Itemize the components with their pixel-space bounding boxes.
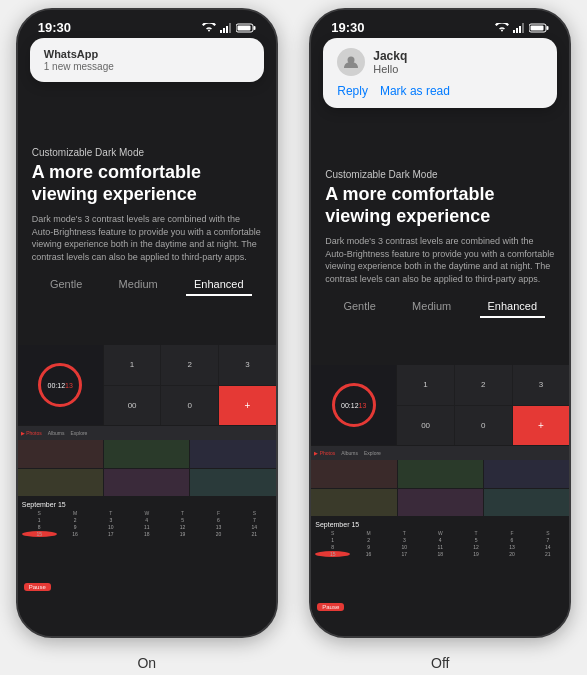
- svg-rect-13: [531, 25, 544, 30]
- notif-message: 1 new message: [44, 61, 250, 72]
- left-dark-mode-label: Customizable Dark Mode: [32, 147, 262, 158]
- right-calendar: September 15 S M T W T F S 1 2 3: [311, 517, 569, 597]
- notif-app-name: WhatsApp: [44, 48, 250, 60]
- main-container: 19:30: [0, 0, 587, 650]
- left-num-grid: 1 2 3 00 0 +: [104, 345, 276, 425]
- right-photos-grid: [311, 460, 569, 516]
- bottom-labels: On Off: [0, 650, 587, 675]
- left-status-time: 19:30: [38, 20, 71, 35]
- right-music-tabs: ▶ Photos Albums Explore: [311, 446, 569, 460]
- left-music-cell: ▶ Photos Albums Explore: [18, 426, 276, 496]
- left-phone-frame: 19:30: [16, 8, 278, 638]
- svg-rect-6: [237, 25, 250, 30]
- left-phone-wrapper: 19:30: [0, 0, 294, 650]
- svg-rect-10: [522, 23, 524, 33]
- right-clock-time: 00:1213: [341, 402, 366, 409]
- battery-icon: [236, 23, 256, 33]
- right-label: Off: [294, 650, 588, 675]
- svg-rect-2: [226, 26, 228, 33]
- left-row2: ▶ Photos Albums Explore: [18, 426, 276, 496]
- right-cal-header: September 15: [315, 521, 565, 528]
- left-pause-btn[interactable]: Pause: [24, 583, 51, 591]
- right-battery-icon: [529, 23, 549, 33]
- right-status-bar: 19:30: [311, 10, 569, 39]
- right-phone-wrapper: 19:30: [294, 0, 588, 650]
- left-bottom-bar: Pause: [18, 577, 276, 597]
- right-clock-red: 13: [359, 402, 367, 409]
- notif-actions: Reply Mark as read: [337, 84, 543, 98]
- left-phone-content: 19:30: [18, 10, 276, 636]
- right-dark-mode-label: Customizable Dark Mode: [325, 169, 555, 180]
- mark-as-read-button[interactable]: Mark as read: [380, 84, 450, 98]
- reply-button[interactable]: Reply: [337, 84, 368, 98]
- left-tab-gentle[interactable]: Gentle: [42, 274, 90, 296]
- svg-rect-8: [516, 28, 518, 33]
- notif-header: Jackq Hello: [337, 48, 543, 76]
- right-tabs: Gentle Medium Enhanced: [325, 296, 555, 318]
- left-clock-cell: 00:1213: [18, 345, 103, 425]
- svg-rect-0: [220, 30, 222, 33]
- left-heading: A more comfortable viewing experience: [32, 162, 262, 205]
- right-phone-frame: 19:30: [309, 8, 571, 638]
- left-notification: WhatsApp 1 new message: [30, 38, 264, 82]
- notif-text: Hello: [373, 63, 407, 75]
- clock-time: 00:1213: [48, 382, 73, 389]
- left-row1: 00:1213 1 2 3 00 0 +: [18, 345, 276, 425]
- svg-rect-5: [253, 26, 255, 30]
- clock-red: 13: [65, 382, 73, 389]
- right-notification: Jackq Hello Reply Mark as read: [323, 38, 557, 108]
- avatar-icon: [343, 54, 359, 70]
- right-row1: 00:1213 1 2 3 00 0 +: [311, 365, 569, 445]
- right-row2: ▶ Photos Albums Explore: [311, 446, 569, 516]
- right-status-icons: [495, 23, 549, 33]
- right-num-grid: 1 2 3 00 0 +: [397, 365, 569, 445]
- clock-ring: 00:1213: [38, 363, 82, 407]
- right-status-time: 19:30: [331, 20, 364, 35]
- left-calendar: September 15 S M T W T F S 1 2 3: [18, 497, 276, 577]
- left-tab-medium[interactable]: Medium: [111, 274, 166, 296]
- right-signal-icon: [513, 23, 525, 33]
- left-label: On: [0, 650, 294, 675]
- right-description: Dark mode's 3 contrast levels are combin…: [325, 235, 555, 285]
- notif-avatar: [337, 48, 365, 76]
- right-pause-btn[interactable]: Pause: [317, 603, 344, 611]
- left-tab-enhanced[interactable]: Enhanced: [186, 274, 252, 296]
- left-status-bar: 19:30: [18, 10, 276, 39]
- svg-rect-9: [519, 26, 521, 33]
- right-screenshots: 00:1213 1 2 3 00 0 +: [311, 365, 569, 636]
- left-cal-header: September 15: [22, 501, 272, 508]
- right-music-cell: ▶ Photos Albums Explore: [311, 446, 569, 516]
- left-cal-grid: S M T W T F S 1 2 3 4 5 6: [22, 510, 272, 537]
- right-tab-enhanced[interactable]: Enhanced: [480, 296, 546, 318]
- signal-icon: [220, 23, 232, 33]
- right-phone-content: 19:30: [311, 10, 569, 636]
- right-tab-gentle[interactable]: Gentle: [335, 296, 383, 318]
- right-bottom-bar: Pause: [311, 597, 569, 617]
- svg-rect-7: [513, 30, 515, 33]
- left-description: Dark mode's 3 contrast levels are combin…: [32, 213, 262, 263]
- svg-rect-3: [229, 23, 231, 33]
- left-screenshots: 00:1213 1 2 3 00 0 +: [18, 345, 276, 636]
- right-heading: A more comfortable viewing experience: [325, 184, 555, 227]
- right-clock-ring: 00:1213: [332, 383, 376, 427]
- wifi-icon: [202, 23, 216, 33]
- notif-user-info: Jackq Hello: [373, 49, 407, 75]
- left-status-icons: [202, 23, 256, 33]
- svg-rect-12: [547, 26, 549, 30]
- svg-rect-1: [223, 28, 225, 33]
- left-tabs: Gentle Medium Enhanced: [32, 274, 262, 296]
- right-clock-cell: 00:1213: [311, 365, 396, 445]
- notif-username: Jackq: [373, 49, 407, 63]
- left-photos-grid: [18, 440, 276, 496]
- left-music-tabs: ▶ Photos Albums Explore: [18, 426, 276, 440]
- right-tab-medium[interactable]: Medium: [404, 296, 459, 318]
- right-wifi-icon: [495, 23, 509, 33]
- right-cal-grid: S M T W T F S 1 2 3 4 5 6: [315, 530, 565, 557]
